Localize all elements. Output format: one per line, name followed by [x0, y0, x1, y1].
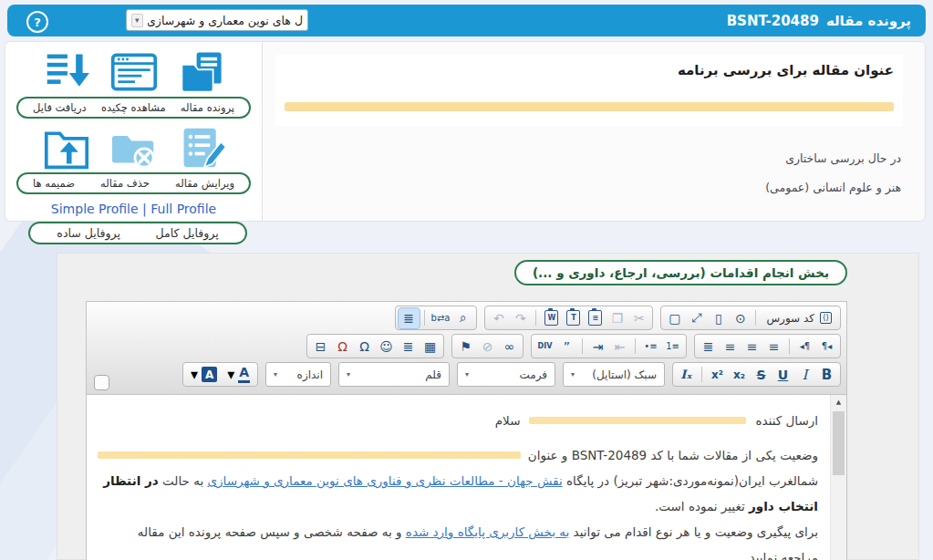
format-select[interactable]: ▾ فرمت: [457, 362, 555, 387]
font-select[interactable]: ▾ قلم: [338, 362, 450, 387]
edit-article-label: ویرایش مقاله: [175, 177, 234, 190]
align-left-icon[interactable]: ≡: [720, 337, 741, 357]
editor-text[interactable]: ارسال کننده سلام وضعیت یکی از مقالات شما…: [87, 395, 831, 560]
text-color-button[interactable]: ▾ A: [223, 366, 254, 383]
link-icon[interactable]: ∞: [499, 337, 520, 357]
simple-profile-link[interactable]: Simple Profile: [51, 202, 139, 216]
select-all-icon[interactable]: ▢: [664, 308, 685, 328]
div-container-icon[interactable]: DIV: [534, 337, 555, 357]
search-icon[interactable]: ⌕: [452, 308, 473, 328]
view-abstract-label: مشاهده چکیده: [101, 101, 166, 114]
align-right-icon[interactable]: ≡: [763, 337, 784, 357]
undo-icon[interactable]: ↶: [488, 308, 509, 328]
actions-section: بخش انجام اقدامات (بررسی، ارجاع، داوری و…: [57, 253, 919, 560]
chevron-down-icon: ▾: [571, 370, 575, 379]
toolbar-row-2: ⊟ Ω Ω ☺ ≣ ▦ ⚑ ⊘ ∞ DIV ” ⇥ ⇤: [306, 334, 841, 358]
authors-redaction-bar: [285, 102, 894, 111]
maximize-icon[interactable]: ⤢: [686, 308, 707, 328]
help-icon[interactable]: ?: [26, 11, 48, 33]
article-code: BSNT-20489: [727, 13, 819, 29]
page-title-label: پرونده مقاله: [826, 13, 911, 29]
editor-content-area[interactable]: ارسال کننده سلام وضعیت یکی از مقالات شما…: [87, 395, 846, 560]
profile-links: Simple Profile | Full Profile: [5, 202, 262, 216]
view-abstract-icon: [109, 50, 159, 94]
size-select[interactable]: ▾ اندازه: [265, 362, 331, 387]
journal-link[interactable]: نقش جهان - مطالعات نظری و فناوری های نوی…: [207, 473, 562, 488]
paragraph-rtl-icon[interactable]: ¶◂: [816, 337, 837, 357]
blockquote-icon[interactable]: ”: [556, 337, 577, 357]
article-title: عنوان مقاله برای بررسی برنامه: [285, 62, 894, 78]
chevron-down-icon: ▾: [347, 370, 350, 379]
delete-article-icon: [109, 126, 159, 170]
simple-profile-button[interactable]: پروفایل ساده: [57, 226, 120, 240]
underline-icon[interactable]: U: [772, 365, 793, 385]
login-link[interactable]: به بخش کاربری پایگاه وارد شده: [406, 524, 570, 539]
article-summary-panel: عنوان مقاله برای بررسی برنامه در حال برر…: [263, 42, 925, 221]
attachments-icon: [42, 125, 91, 171]
chevron-down-icon: ▾: [227, 366, 234, 383]
align-center-icon[interactable]: ≡: [741, 337, 762, 357]
editor-scrollbar[interactable]: ▲: [830, 395, 846, 560]
paste-icon[interactable]: ≡: [585, 308, 606, 328]
article-file-button[interactable]: [175, 48, 228, 96]
background-color-icon: A: [202, 367, 217, 382]
new-page-icon[interactable]: ▯: [708, 308, 729, 328]
divider: [582, 338, 583, 354]
paragraph-ltr-icon[interactable]: ◂¶: [794, 337, 815, 357]
page-title: پرونده مقاله BSNT-20489: [727, 5, 911, 36]
attachments-button[interactable]: [40, 124, 93, 171]
justify-icon[interactable]: ≣: [698, 337, 719, 357]
header-bar: پرونده مقاله BSNT-20489 ▾ ل های نوین معم…: [7, 5, 926, 36]
special-char-arabic-icon[interactable]: Ω: [332, 337, 353, 357]
download-file-button[interactable]: [40, 48, 93, 96]
anchor-icon[interactable]: ⚑: [455, 337, 476, 357]
indent-icon[interactable]: ⇥: [587, 337, 608, 357]
scrollbar-thumb[interactable]: [833, 411, 845, 475]
cut-icon[interactable]: ✂: [628, 308, 649, 328]
status-paragraph: شمالغرب ایران(نمونه‌موردی:شهر تبریز) در …: [98, 468, 818, 519]
italic-icon[interactable]: I: [794, 365, 815, 385]
profile-links-divider: |: [142, 202, 147, 216]
divider: [635, 338, 636, 354]
redo-icon[interactable]: ↷: [510, 308, 531, 328]
delete-article-button[interactable]: [108, 124, 161, 171]
chevron-down-icon: ▾: [131, 14, 143, 27]
unlink-icon[interactable]: ⊘: [477, 337, 498, 357]
outdent-icon[interactable]: ⇤: [609, 337, 630, 357]
horizontal-rule-icon[interactable]: ≣: [398, 337, 419, 357]
bold-icon[interactable]: B: [816, 365, 837, 385]
actions-section-header: بخش انجام اقدامات (بررسی، ارجاع، داوری و…: [514, 260, 847, 285]
journal-select[interactable]: ▾ ل های نوین معماری و شهرسازی: [126, 9, 308, 31]
numbered-list-icon[interactable]: 1≡: [662, 337, 683, 357]
article-file-icon: [177, 49, 226, 95]
toolbar-collapse-button[interactable]: [94, 375, 109, 390]
paste-from-word-icon[interactable]: W: [541, 308, 562, 328]
scroll-up-button[interactable]: ▲: [831, 395, 846, 410]
view-abstract-button[interactable]: [108, 48, 161, 96]
find-replace-icon[interactable]: b⇄a: [430, 308, 452, 328]
full-profile-button[interactable]: پروفایل کامل: [156, 226, 219, 240]
superscript-icon[interactable]: x²: [707, 365, 728, 385]
paste-plain-text-icon[interactable]: T: [563, 308, 584, 328]
strikethrough-icon[interactable]: S: [751, 365, 772, 385]
remove-format-icon[interactable]: Iₓ: [676, 365, 697, 385]
subscript-icon[interactable]: x₂: [729, 365, 750, 385]
table-icon[interactable]: ▦: [420, 337, 441, 357]
article-overview-region: پرونده مقاله مشاهده چکیده دریافت فایل: [5, 41, 926, 222]
smiley-icon[interactable]: ☺: [376, 337, 397, 357]
status-lead-line: وضعیت یکی از مقالات شما با کد BSNT-20489…: [98, 442, 818, 468]
bidi-paragraph-icon[interactable]: ≣: [399, 308, 420, 328]
bulleted-list-icon[interactable]: •≡: [640, 337, 661, 357]
article-file-label: پرونده مقاله: [181, 101, 234, 114]
edit-article-button[interactable]: [175, 124, 228, 171]
source-code-button[interactable]: کد سورس ⟨⟩: [761, 308, 837, 328]
background-color-button[interactable]: ▾ A: [186, 366, 222, 383]
page-break-icon[interactable]: ⊟: [310, 337, 331, 357]
copy-icon[interactable]: ❐: [606, 308, 627, 328]
preview-icon[interactable]: ⊙: [730, 308, 751, 328]
journal-select-value: ل های نوین معماری و شهرسازی: [148, 14, 303, 27]
editor-toolbar: ≣ b⇄a ⌕ ↶ ↷ W T ≡ ❐ ✂ ▢ ⤢: [87, 302, 846, 395]
full-profile-link[interactable]: Full Profile: [150, 202, 216, 216]
special-char-icon[interactable]: Ω: [354, 337, 375, 357]
styles-select[interactable]: ▾ سبک (استایل): [563, 362, 665, 387]
